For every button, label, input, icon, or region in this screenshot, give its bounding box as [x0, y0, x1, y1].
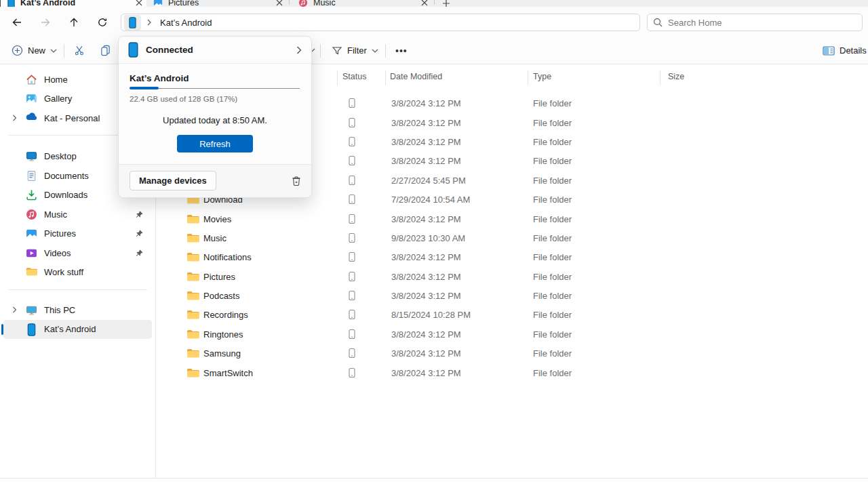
- date-modified: 3/8/2024 3:12 PM: [391, 156, 461, 166]
- sidebar-separator: [8, 289, 147, 290]
- file-type: File folder: [533, 232, 572, 243]
- new-tab-button[interactable]: [437, 0, 457, 7]
- close-icon[interactable]: [136, 0, 142, 6]
- up-button[interactable]: [62, 12, 85, 33]
- table-row[interactable]: Movies 3/8/2024 3:12 PM File folder: [156, 209, 868, 228]
- file-type: File folder: [533, 195, 572, 205]
- close-icon[interactable]: [276, 0, 283, 6]
- column-header-size[interactable]: Size: [665, 72, 687, 81]
- column-separator[interactable]: [337, 70, 338, 85]
- storage-progress-bar: [130, 87, 300, 89]
- file-name: Notifications: [203, 252, 252, 262]
- table-row[interactable]: Recordings 8/15/2024 10:28 PM File folde…: [156, 305, 868, 324]
- connection-status: Connected: [146, 45, 193, 55]
- sidebar-item-label: Kat’s Android: [44, 324, 96, 334]
- search-input[interactable]: [668, 18, 856, 28]
- folder-icon: [186, 271, 199, 281]
- on-device-status-icon: [349, 310, 355, 320]
- breadcrumb[interactable]: Kat’s Android: [160, 18, 212, 28]
- on-device-status-icon: [349, 252, 355, 262]
- folder-icon: [186, 310, 199, 320]
- date-modified: 3/8/2024 3:12 PM: [391, 367, 461, 378]
- onedrive-cloud-icon: [26, 113, 37, 124]
- date-modified: 8/15/2024 10:28 PM: [391, 310, 471, 320]
- address-bar[interactable]: Kat’s Android: [121, 14, 640, 31]
- folder-icon: [186, 329, 199, 339]
- file-type: File folder: [533, 252, 572, 262]
- phone-icon: [128, 42, 138, 58]
- table-row[interactable]: Pictures 3/8/2024 3:12 PM File folder: [156, 267, 868, 286]
- file-type: File folder: [533, 348, 572, 359]
- date-modified: 3/8/2024 3:12 PM: [391, 348, 461, 359]
- details-pane-icon: [823, 46, 835, 56]
- sidebar-item-pictures[interactable]: Pictures: [3, 224, 152, 244]
- popup-header[interactable]: Connected: [119, 37, 311, 64]
- forward-button[interactable]: [34, 12, 57, 33]
- date-modified: 2/27/2024 5:45 PM: [391, 175, 466, 185]
- column-header-status[interactable]: Status: [340, 72, 369, 81]
- folder-icon: [186, 291, 199, 301]
- on-device-status-icon: [349, 367, 355, 378]
- column-separator[interactable]: [385, 70, 386, 85]
- tab-kats-android[interactable]: Kat’s Android: [1, 0, 146, 7]
- refresh-device-button[interactable]: Refresh: [177, 135, 253, 152]
- recycle-bin-icon[interactable]: [291, 176, 302, 187]
- sidebar-item-this-pc[interactable]: This PC: [3, 300, 152, 320]
- close-icon[interactable]: [421, 0, 428, 6]
- file-type: File folder: [533, 310, 572, 320]
- toolbar-separator: [64, 44, 64, 58]
- column-separator[interactable]: [660, 70, 660, 85]
- on-device-status-icon: [349, 348, 355, 359]
- sidebar-item-label: This PC: [44, 305, 75, 315]
- pin-icon: [135, 210, 144, 219]
- date-modified: 3/8/2024 3:12 PM: [391, 291, 461, 301]
- copy-button[interactable]: [94, 41, 117, 60]
- file-name: Pictures: [203, 271, 235, 281]
- table-row[interactable]: Samsung 3/8/2024 3:12 PM File folder: [156, 344, 868, 363]
- table-row[interactable]: SmartSwitch 3/8/2024 3:12 PM File folder: [156, 363, 868, 382]
- chevron-right-icon[interactable]: [3, 115, 26, 121]
- table-row[interactable]: Podcasts 3/8/2024 3:12 PM File folder: [156, 286, 868, 305]
- tab-music[interactable]: Music: [292, 0, 432, 7]
- file-name: Movies: [203, 214, 231, 224]
- table-row[interactable]: Ringtones 3/8/2024 3:12 PM File folder: [156, 325, 868, 344]
- on-device-status-icon: [349, 175, 355, 185]
- column-header-type[interactable]: Type: [530, 72, 554, 81]
- tab-pictures[interactable]: Pictures: [146, 0, 287, 7]
- refresh-button[interactable]: [91, 12, 114, 33]
- more-options-button[interactable]: •••: [389, 41, 414, 60]
- new-button[interactable]: New: [5, 41, 63, 60]
- cut-button[interactable]: [68, 41, 92, 60]
- date-modified: 3/8/2024 3:12 PM: [391, 329, 461, 339]
- chevron-right-icon[interactable]: [146, 19, 152, 26]
- filter-button[interactable]: Filter: [326, 41, 384, 60]
- folder-icon: [186, 252, 199, 262]
- table-row[interactable]: Notifications 3/8/2024 3:12 PM File fold…: [156, 247, 868, 266]
- column-header-date-modified[interactable]: Date Modified: [387, 72, 445, 81]
- sidebar-item-music[interactable]: Music: [3, 205, 152, 224]
- sidebar-item-videos[interactable]: Videos: [3, 243, 152, 263]
- details-pane-button[interactable]: Details: [816, 41, 868, 60]
- tab-bar: Kat’s Android Pictures Music: [0, 0, 868, 7]
- download-arrow-icon: [26, 189, 37, 201]
- sidebar-item-label: Work stuff: [44, 267, 83, 277]
- column-separator[interactable]: [528, 70, 528, 85]
- manage-devices-button[interactable]: Manage devices: [130, 171, 216, 190]
- back-button[interactable]: [5, 12, 28, 33]
- table-row[interactable]: Music 9/8/2023 10:30 AM File folder: [156, 228, 868, 247]
- pictures-icon: [153, 0, 163, 7]
- file-type: File folder: [533, 156, 572, 166]
- on-device-status-icon: [349, 214, 355, 224]
- music-icon: [298, 0, 308, 7]
- search-box[interactable]: [647, 14, 863, 31]
- file-type: File folder: [533, 117, 572, 127]
- toolbar-separator: [385, 44, 386, 58]
- file-type: File folder: [533, 136, 572, 146]
- chevron-right-icon[interactable]: [3, 306, 26, 313]
- sidebar-item-work-stuff[interactable]: Work stuff: [3, 263, 152, 283]
- chevron-right-icon[interactable]: [296, 46, 302, 54]
- sidebar-item-kats-android[interactable]: Kat’s Android: [3, 320, 152, 340]
- videos-icon: [26, 247, 37, 259]
- breadcrumb-device-button[interactable]: [124, 15, 141, 30]
- popup-footer: Manage devices: [119, 164, 311, 197]
